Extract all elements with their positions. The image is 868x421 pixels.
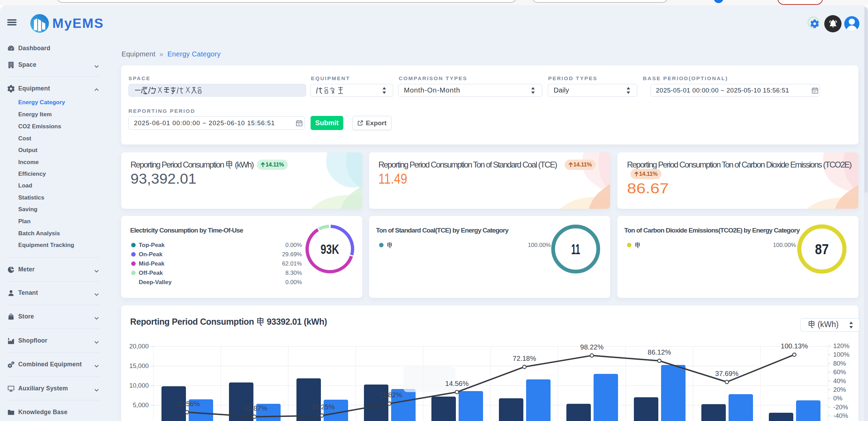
svg-text:87: 87 — [815, 241, 829, 257]
svg-text:80%: 80% — [833, 360, 846, 367]
svg-text:98.22%: 98.22% — [580, 343, 604, 351]
svg-text:20,000: 20,000 — [129, 343, 149, 350]
svg-text:20%: 20% — [833, 386, 846, 393]
svg-text:120%: 120% — [833, 342, 849, 349]
svg-text:15,000: 15,000 — [129, 362, 149, 369]
svg-text:86.12%: 86.12% — [648, 348, 671, 356]
svg-text:100%: 100% — [833, 351, 849, 358]
svg-text:-40%: -40% — [833, 412, 848, 419]
svg-text:-11.82%: -11.82% — [377, 391, 402, 399]
svg-text:-41.87%: -41.87% — [242, 404, 268, 412]
svg-text:0%: 0% — [833, 395, 843, 402]
svg-text:-31.56%: -31.56% — [174, 400, 200, 408]
svg-text:72.18%: 72.18% — [513, 355, 536, 362]
svg-text:11: 11 — [571, 241, 580, 257]
svg-text:93K: 93K — [321, 242, 339, 257]
svg-text:37.69%: 37.69% — [715, 370, 739, 377]
svg-text:-20%: -20% — [833, 403, 848, 411]
svg-text:100.13%: 100.13% — [781, 342, 808, 350]
svg-text:60%: 60% — [833, 368, 846, 376]
svg-text:-39.25%: -39.25% — [309, 403, 335, 411]
svg-text:14.56%: 14.56% — [445, 380, 469, 387]
svg-text:10,000: 10,000 — [129, 382, 149, 389]
svg-text:40%: 40% — [833, 377, 846, 385]
svg-text:5,000: 5,000 — [133, 401, 149, 409]
